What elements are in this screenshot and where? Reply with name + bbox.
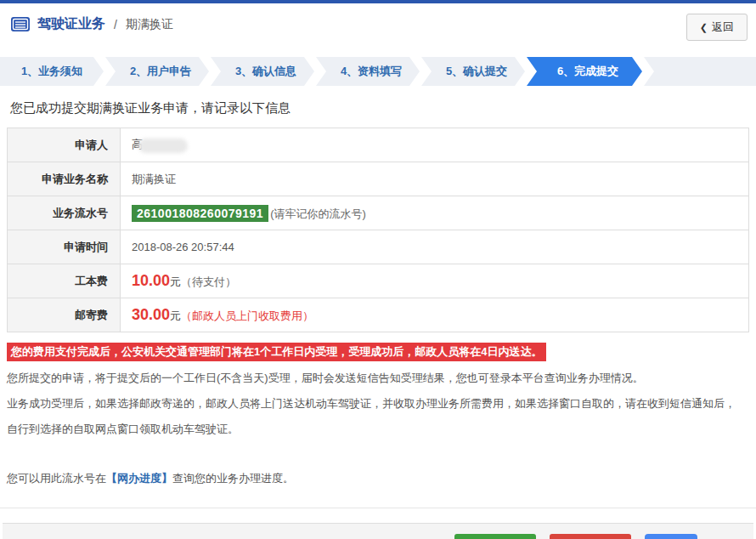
notice-paragraph-3: 自行到选择的自取网点窗口领取机动车驾驶证。 xyxy=(7,421,749,438)
production-fee-cell: 10.00元（待支付） xyxy=(121,264,749,298)
header-back-button[interactable]: ❮ 返回 xyxy=(686,14,748,41)
table-row-postage-fee: 邮寄费 30.00元（邮政人员上门收取费用） xyxy=(8,298,749,332)
step-4-fill-data: 4、资料填写 xyxy=(316,57,420,86)
progress-link[interactable]: 【网办进度】 xyxy=(106,472,172,485)
step-5-confirm-submit: 5、确认提交 xyxy=(421,57,525,86)
notice-paragraph-1: 您所提交的申请，将于提交后的一个工作日(不含当天)受理，届时会发送短信告知受理结… xyxy=(7,370,749,387)
table-row-apply-time: 申请时间 2018-08-26 20:57:44 xyxy=(8,230,749,264)
postage-fee-amount: 30.00 xyxy=(132,306,170,323)
serial-number-note: (请牢记你的流水号) xyxy=(270,207,366,220)
step-1-business-notice: 1、业务须知 xyxy=(0,57,104,86)
notice-section: 您的费用支付完成后，公安机关交通管理部门将在1个工作日内受理，受理成功后，邮政人… xyxy=(0,343,756,508)
breadcrumb-current: 期满换证 xyxy=(126,17,173,32)
step-2-user-declaration: 2、用户申告 xyxy=(105,57,209,86)
success-message: 您已成功提交期满换证业务申请，请记录以下信息 xyxy=(10,100,756,116)
application-info-table: 申请人 高 申请业务名称 期满换证 业务流水号 2610018082600791… xyxy=(7,128,749,332)
progress-hint-prefix: 您可以用此流水号在 xyxy=(7,472,106,485)
production-fee-amount: 10.00 xyxy=(132,272,170,289)
footer-back-button[interactable]: 返回 xyxy=(645,534,697,539)
applicant-name-cell: 高 xyxy=(121,128,749,162)
header-back-label: 返回 xyxy=(712,20,734,35)
step-wizard: 1、业务须知 2、用户申告 3、确认信息 4、资料填写 5、确认提交 6、完成提… xyxy=(0,57,756,86)
footer-action-bar: ¥ 继续支付 ¥ 取消支付 返回 xyxy=(3,523,753,539)
row-label: 申请时间 xyxy=(8,230,121,264)
row-label: 工本费 xyxy=(8,264,121,298)
serial-number-badge: 261001808260079191 xyxy=(132,205,268,222)
notice-paragraph-2: 业务成功受理后，如果选择邮政寄递的，邮政人员将上门送达机动车驾驶证，并收取办理业… xyxy=(7,395,749,412)
production-fee-note: （待支付） xyxy=(181,275,236,288)
row-label: 申请人 xyxy=(8,128,121,162)
breadcrumb: 驾驶证业务 / 期满换证 xyxy=(10,15,748,33)
redacted-name-blur xyxy=(138,139,188,153)
serial-number-cell: 261001808260079191(请牢记你的流水号) xyxy=(121,196,749,230)
table-row-business-name: 申请业务名称 期满换证 xyxy=(8,162,749,196)
progress-hint-suffix: 查询您的业务办理进度。 xyxy=(172,472,294,485)
payment-warning-banner: 您的费用支付完成后，公安机关交通管理部门将在1个工作日内受理，受理成功后，邮政人… xyxy=(7,343,546,361)
chevron-left-icon: ❮ xyxy=(700,22,708,33)
business-name-value: 期满换证 xyxy=(121,162,749,196)
progress-hint: 您可以用此流水号在【网办进度】查询您的业务办理进度。 xyxy=(7,470,749,487)
row-label: 申请业务名称 xyxy=(8,162,121,196)
fee-unit: 元 xyxy=(170,275,181,288)
row-label: 邮寄费 xyxy=(8,298,121,332)
step-3-confirm-info: 3、确认信息 xyxy=(211,57,314,86)
row-label: 业务流水号 xyxy=(8,196,121,230)
table-row-serial-number: 业务流水号 261001808260079191(请牢记你的流水号) xyxy=(8,196,749,230)
cancel-payment-button[interactable]: ¥ 取消支付 xyxy=(550,534,631,539)
page-header: 驾驶证业务 / 期满换证 ❮ 返回 xyxy=(0,3,756,48)
table-row-production-fee: 工本费 10.00元（待支付） xyxy=(8,264,749,298)
step-bar-filler xyxy=(644,57,756,86)
continue-payment-button[interactable]: ¥ 继续支付 xyxy=(454,534,536,539)
content-bottom-divider xyxy=(0,496,756,508)
list-icon xyxy=(10,16,31,32)
fee-unit: 元 xyxy=(170,309,181,322)
page-title: 驾驶证业务 xyxy=(37,15,105,33)
table-row-applicant: 申请人 高 xyxy=(8,128,749,162)
postage-fee-cell: 30.00元（邮政人员上门收取费用） xyxy=(121,298,749,332)
step-6-complete-submit: 6、完成提交 xyxy=(527,57,642,86)
apply-time-value: 2018-08-26 20:57:44 xyxy=(121,230,749,264)
banner-row: 您的费用支付完成后，公安机关交通管理部门将在1个工作日内受理，受理成功后，邮政人… xyxy=(7,343,749,361)
breadcrumb-separator: / xyxy=(114,18,117,31)
postage-fee-note: （邮政人员上门收取费用） xyxy=(181,309,313,322)
